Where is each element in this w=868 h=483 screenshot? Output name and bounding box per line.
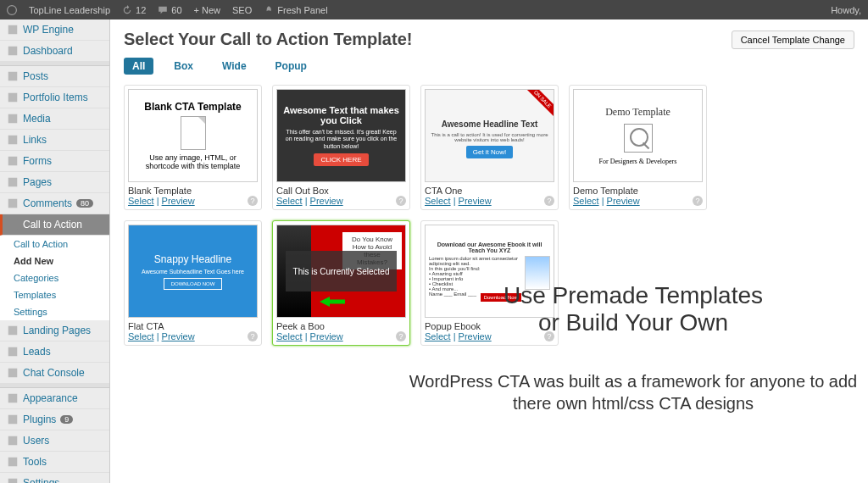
select-link[interactable]: Select bbox=[276, 331, 303, 341]
template-card: Awesome Text that makes you ClickThis of… bbox=[272, 85, 410, 210]
filter-tabs: AllBoxWidePopup bbox=[124, 58, 854, 75]
menu-icon bbox=[7, 134, 19, 146]
template-thumb[interactable]: Blank CTA TemplateUse any image, HTML, o… bbox=[128, 89, 258, 182]
sidebar-sub-categories[interactable]: Categories bbox=[0, 269, 109, 286]
svg-rect-6 bbox=[8, 136, 18, 145]
select-link[interactable]: Select bbox=[128, 196, 154, 206]
sidebar-item-portfolio-items[interactable]: Portfolio Items bbox=[0, 87, 109, 108]
template-name: CTA One bbox=[425, 186, 554, 196]
sidebar-item-plugins[interactable]: Plugins9 bbox=[0, 409, 109, 430]
sidebar-item-landing-pages[interactable]: Landing Pages bbox=[0, 320, 109, 341]
info-icon[interactable]: ? bbox=[544, 196, 554, 206]
sidebar-sub-add-new[interactable]: Add New bbox=[0, 253, 109, 269]
template-thumb[interactable]: Awesome Text that makes you ClickThis of… bbox=[276, 89, 406, 182]
svg-rect-3 bbox=[8, 72, 18, 81]
preview-link[interactable]: Preview bbox=[162, 196, 195, 206]
svg-rect-14 bbox=[8, 394, 18, 403]
select-link[interactable]: Select bbox=[276, 196, 303, 206]
sidebar-item-posts[interactable]: Posts bbox=[0, 66, 109, 87]
template-card: Snappy HeadlineAwesome Subheadline Text … bbox=[124, 220, 262, 346]
menu-icon bbox=[7, 346, 19, 358]
template-name: Peek a Boo bbox=[276, 321, 406, 331]
count-badge: 80 bbox=[76, 199, 93, 208]
template-card: Do You Know How to Avoid theseMistakes?T… bbox=[272, 220, 410, 346]
sidebar-item-forms[interactable]: Forms bbox=[0, 151, 109, 172]
template-thumb[interactable]: ON SALEAwesome Headline TextThis is a ca… bbox=[425, 89, 554, 182]
template-links: Select | Preview bbox=[276, 196, 406, 206]
template-links: Select | Preview bbox=[425, 196, 554, 206]
wp-logo-icon[interactable] bbox=[7, 5, 17, 15]
template-thumb[interactable]: Do You Know How to Avoid theseMistakes?T… bbox=[276, 225, 406, 318]
template-links: Select | Preview bbox=[573, 196, 703, 206]
seo-link[interactable]: SEO bbox=[232, 5, 252, 15]
tab-box[interactable]: Box bbox=[165, 58, 202, 75]
preview-link[interactable]: Preview bbox=[607, 196, 640, 206]
svg-rect-8 bbox=[8, 178, 18, 187]
sidebar-item-wp-engine[interactable]: WP Engine bbox=[0, 19, 109, 41]
sidebar-item-appearance[interactable]: Appearance bbox=[0, 388, 109, 409]
sidebar-item-comments[interactable]: Comments80 bbox=[0, 193, 109, 214]
cancel-button[interactable]: Cancel Template Change bbox=[732, 31, 854, 49]
sidebar-item-dashboard[interactable]: Dashboard bbox=[0, 41, 109, 62]
preview-link[interactable]: Preview bbox=[162, 331, 195, 341]
select-link[interactable]: Select bbox=[128, 331, 154, 341]
menu-icon bbox=[7, 477, 19, 483]
tab-all[interactable]: All bbox=[124, 58, 153, 75]
info-icon[interactable]: ? bbox=[248, 196, 258, 206]
select-link[interactable]: Select bbox=[573, 196, 599, 206]
count-badge: 9 bbox=[60, 415, 73, 424]
sidebar-item-pages[interactable]: Pages bbox=[0, 172, 109, 193]
template-links: Select | Preview bbox=[128, 331, 258, 341]
template-links: Select | Preview bbox=[276, 331, 406, 341]
sidebar-sub-templates[interactable]: Templates bbox=[0, 286, 109, 303]
menu-icon bbox=[7, 70, 19, 82]
menu-icon bbox=[7, 197, 19, 209]
template-thumb[interactable]: Snappy HeadlineAwesome Subheadline Text … bbox=[128, 225, 258, 318]
menu-icon bbox=[7, 325, 19, 336]
updates-count[interactable]: 12 bbox=[122, 5, 146, 15]
svg-rect-17 bbox=[8, 458, 18, 467]
tab-popup[interactable]: Popup bbox=[267, 58, 315, 75]
sidebar-item-leads[interactable]: Leads bbox=[0, 341, 109, 363]
page-title: Select Your Call to Action Template! bbox=[124, 30, 412, 49]
sidebar-sub-settings[interactable]: Settings bbox=[0, 303, 109, 320]
sidebar-item-call-to-action[interactable]: Call to Action bbox=[0, 214, 109, 236]
menu-icon bbox=[7, 367, 19, 379]
preview-link[interactable]: Preview bbox=[310, 331, 343, 341]
admin-sidebar: WP EngineDashboardPostsPortfolio ItemsMe… bbox=[0, 19, 110, 483]
svg-point-0 bbox=[8, 5, 17, 14]
info-icon[interactable]: ? bbox=[248, 331, 258, 341]
svg-rect-4 bbox=[8, 93, 18, 103]
template-name: Call Out Box bbox=[276, 186, 406, 196]
svg-rect-15 bbox=[8, 415, 18, 425]
menu-icon bbox=[7, 176, 19, 188]
menu-icon bbox=[7, 113, 19, 125]
menu-icon bbox=[7, 92, 19, 103]
sidebar-item-chat-console[interactable]: Chat Console bbox=[0, 363, 109, 384]
new-content[interactable]: + New bbox=[194, 5, 221, 15]
sidebar-item-media[interactable]: Media bbox=[0, 108, 109, 130]
sidebar-item-settings[interactable]: Settings bbox=[0, 473, 109, 483]
svg-rect-11 bbox=[8, 326, 18, 336]
template-thumb[interactable]: Demo TemplateFor Designers & Developers bbox=[573, 89, 703, 182]
svg-rect-1 bbox=[8, 25, 18, 35]
sidebar-item-tools[interactable]: Tools bbox=[0, 452, 109, 473]
comments-count[interactable]: 60 bbox=[158, 5, 181, 15]
info-icon[interactable]: ? bbox=[396, 331, 406, 341]
preview-link[interactable]: Preview bbox=[459, 196, 492, 206]
tab-wide[interactable]: Wide bbox=[214, 58, 255, 75]
site-name[interactable]: TopLine Leadership bbox=[29, 5, 110, 15]
svg-rect-12 bbox=[8, 347, 18, 357]
sidebar-sub-call-to-action[interactable]: Call to Action bbox=[0, 236, 109, 253]
preview-link[interactable]: Preview bbox=[310, 196, 343, 206]
sidebar-item-users[interactable]: Users bbox=[0, 430, 109, 452]
svg-rect-5 bbox=[8, 114, 18, 124]
howdy-user[interactable]: Howdy, bbox=[831, 5, 861, 15]
fresh-panel[interactable]: Fresh Panel bbox=[264, 5, 327, 15]
info-icon[interactable]: ? bbox=[396, 196, 406, 206]
info-icon[interactable]: ? bbox=[693, 196, 703, 206]
sidebar-item-links[interactable]: Links bbox=[0, 130, 109, 151]
template-name: Blank Template bbox=[128, 186, 258, 196]
select-link[interactable]: Select bbox=[425, 196, 451, 206]
menu-icon bbox=[7, 45, 19, 57]
